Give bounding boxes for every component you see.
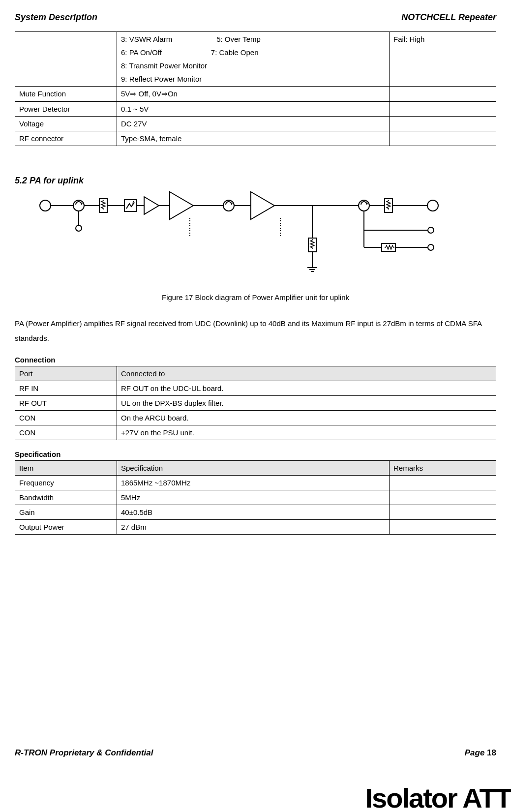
ground-icon: [307, 265, 317, 271]
cell-connected: RF OUT on the UDC-UL board.: [117, 381, 496, 396]
cropped-next-page-text: Isolator ATT: [365, 784, 511, 812]
cell-item: Mute Function: [15, 87, 117, 102]
rf-out-port-icon: [427, 200, 438, 211]
table-connection: Port Connected to RF IN RF OUT on the UD…: [15, 366, 496, 440]
figure-caption: Figure 17 Block diagram of Power Amplifi…: [15, 293, 496, 301]
preamp-icon: [144, 197, 159, 214]
alarm-7: 7: Cable Open: [211, 48, 259, 57]
monitor-port-icon: [428, 227, 434, 233]
cell-item: Power Detector: [15, 102, 117, 117]
cell-remarks: [390, 131, 496, 146]
alarm-9: 9: Reflect Power Monitor: [121, 75, 385, 83]
table-row: Mute Function 5V⇒ Off, 0V⇒On: [15, 87, 496, 102]
header-remarks: Remarks: [390, 461, 496, 476]
table-row: Gain 40±0.5dB: [15, 505, 496, 520]
footer-left: R-TRON Proprietary & Confidential: [15, 748, 153, 758]
cell-spec: 5MHz: [117, 490, 390, 505]
alarm-3: 3: VSWR Alarm: [121, 35, 172, 43]
page-footer: R-TRON Proprietary & Confidential Page 1…: [15, 748, 496, 758]
termination-icon: [76, 225, 82, 231]
cell-remarks: [390, 490, 496, 505]
alarm-5: 5: Over Temp: [216, 35, 261, 43]
specification-heading: Specification: [15, 450, 496, 458]
temp-comp-icon: [124, 200, 136, 211]
cell-spec: 3: VSWR Alarm 5: Over Temp 6: PA On/Off …: [117, 32, 390, 87]
circulator-icon: [73, 200, 84, 211]
cell-port: CON: [15, 425, 117, 440]
cell-connected: UL on the DPX-BS duplex filter.: [117, 396, 496, 411]
page-header: System Description NOTCHCELL Repeater: [15, 12, 496, 23]
cell-port: CON: [15, 411, 117, 425]
circulator-icon: [223, 200, 234, 211]
cell-remarks: [390, 117, 496, 131]
page: System Description NOTCHCELL Repeater 3:…: [0, 0, 511, 812]
table-row: RF connector Type-SMA, female: [15, 131, 496, 146]
table-row: RF OUT UL on the DPX-BS duplex filter.: [15, 396, 496, 411]
table-row: Output Power 27 dBm: [15, 520, 496, 535]
cell-port: RF IN: [15, 381, 117, 396]
cell-remarks: [390, 505, 496, 520]
cell-spec: 5V⇒ Off, 0V⇒On: [117, 87, 390, 102]
cell-spec: 27 dBm: [117, 520, 390, 535]
table-row: Bandwidth 5MHz: [15, 490, 496, 505]
header-connected-to: Connected to: [117, 366, 496, 381]
table-row: Voltage DC 27V: [15, 117, 496, 131]
alarm-8: 8: Transmit Power Monitor: [121, 61, 385, 70]
cell-spec: 1865MHz ~1870MHz: [117, 476, 390, 490]
cell-remarks: Fail: High: [390, 32, 496, 87]
rf-in-port-icon: [40, 200, 51, 211]
header-left: System Description: [15, 12, 97, 23]
section-5-2-title: 5.2 PA for uplink: [15, 176, 496, 186]
monitor-port-icon: [428, 244, 434, 250]
footer-right: Page 18: [465, 748, 496, 758]
attenuator-icon: [99, 199, 107, 212]
cell-spec: DC 27V: [117, 117, 390, 131]
table-row: Power Detector 0.1 ~ 5V: [15, 102, 496, 117]
cell-item: [15, 32, 117, 87]
pa-description-paragraph: PA (Power Amplifier) amplifies RF signal…: [15, 316, 496, 346]
cell-remarks: [390, 102, 496, 117]
circulator-icon: [359, 200, 369, 211]
table-row: CON +27V on the PSU unit.: [15, 425, 496, 440]
figure-block-diagram: [34, 191, 496, 289]
table-row: 3: VSWR Alarm 5: Over Temp 6: PA On/Off …: [15, 32, 496, 87]
cell-item: Voltage: [15, 117, 117, 131]
footer-page-label: Page: [465, 748, 487, 757]
table-header-row: Item Specification Remarks: [15, 461, 496, 476]
alarm-6: 6: PA On/Off: [121, 48, 162, 57]
cell-connected: +27V on the PSU unit.: [117, 425, 496, 440]
header-spec: Specification: [117, 461, 390, 476]
cell-connected: On the ARCU board.: [117, 411, 496, 425]
cell-spec: 0.1 ~ 5V: [117, 102, 390, 117]
header-item: Item: [15, 461, 117, 476]
cell-item: Gain: [15, 505, 117, 520]
driver-amp-icon: [170, 192, 193, 219]
table-row: RF IN RF OUT on the UDC-UL board.: [15, 381, 496, 396]
cell-item: Output Power: [15, 520, 117, 535]
cell-port: RF OUT: [15, 396, 117, 411]
table-row: CON On the ARCU board.: [15, 411, 496, 425]
cell-item: Bandwidth: [15, 490, 117, 505]
footer-page-number: 18: [487, 748, 496, 757]
table-row: Frequency 1865MHz ~1870MHz: [15, 476, 496, 490]
header-port: Port: [15, 366, 117, 381]
cell-spec: 40±0.5dB: [117, 505, 390, 520]
coupler-icon: [385, 199, 392, 212]
header-right: NOTCHCELL Repeater: [401, 12, 496, 23]
cell-remarks: [390, 476, 496, 490]
table-specification: Item Specification Remarks Frequency 186…: [15, 460, 496, 535]
cell-item: Frequency: [15, 476, 117, 490]
block-diagram-svg: [34, 191, 443, 289]
table-spec-continued: 3: VSWR Alarm 5: Over Temp 6: PA On/Off …: [15, 31, 496, 146]
connection-heading: Connection: [15, 356, 496, 364]
cell-remarks: [390, 87, 496, 102]
table-header-row: Port Connected to: [15, 366, 496, 381]
cell-remarks: [390, 520, 496, 535]
cell-spec: Type-SMA, female: [117, 131, 390, 146]
cell-item: RF connector: [15, 131, 117, 146]
final-amp-icon: [251, 192, 274, 219]
